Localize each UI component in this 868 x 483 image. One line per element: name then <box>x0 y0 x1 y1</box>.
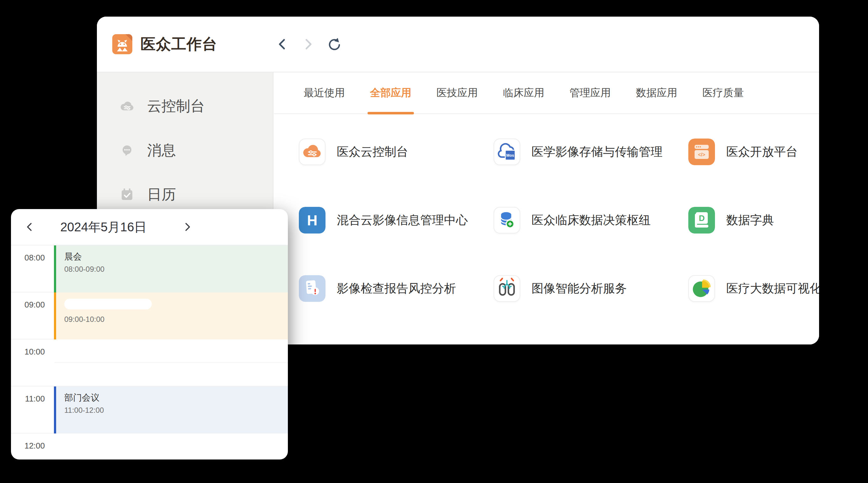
app-label: 医学影像存储与传输管理 <box>531 138 662 165</box>
time-label: 08:00 <box>11 253 45 263</box>
calendar-event-morning-meeting[interactable]: 晨会 08:00-09:00 <box>54 246 288 292</box>
sidebar-item-label: 云控制台 <box>147 97 205 116</box>
calendar-prev-icon[interactable] <box>24 221 35 232</box>
app-label: 图像智能分析服务 <box>531 275 627 302</box>
app-hybrid-cloud-imaging[interactable]: H 混合云影像信息管理中心 <box>299 207 494 275</box>
app-label: 医众开放平台 <box>726 138 798 165</box>
tab-recent[interactable]: 最近使用 <box>304 72 345 114</box>
app-report-risk-analysis[interactable]: 影像检查报告风控分析 <box>299 275 494 344</box>
code-text: </> <box>698 152 705 157</box>
message-bubble-icon <box>119 142 135 159</box>
sidebar-item-messages[interactable]: 消息 <box>97 128 273 172</box>
calendar-check-icon <box>119 187 135 203</box>
tab-quality[interactable]: 医疗质量 <box>703 72 744 114</box>
tab-data-apps[interactable]: 数据应用 <box>636 72 677 114</box>
tab-clinical-apps[interactable]: 临床应用 <box>503 72 545 114</box>
calendar-next-icon[interactable] <box>182 221 193 232</box>
dictionary-book-icon: D <box>688 207 715 233</box>
cloud-settings-icon <box>299 138 326 165</box>
time-label: 12:00 <box>11 441 45 451</box>
app-data-dictionary[interactable]: D 数据字典 <box>688 207 819 275</box>
tab-management-apps[interactable]: 管理应用 <box>569 72 611 114</box>
cloud-mos-icon: Mos <box>494 138 520 165</box>
app-label: 影像检查报告风控分析 <box>337 275 456 302</box>
app-open-platform[interactable]: </> 医众开放平台 <box>688 138 819 207</box>
calendar-date-label: 2024年5月16日 <box>45 209 161 245</box>
calendar-event-redacted[interactable]: 09:00-10:00 <box>54 292 288 340</box>
forward-icon[interactable] <box>301 37 315 51</box>
screenshot-canvas: 医众工作台 <box>0 0 868 483</box>
tab-bar: 最近使用 全部应用 医技应用 临床应用 管理应用 数据应用 医疗质量 <box>274 72 819 114</box>
mos-text: Mos <box>506 153 514 158</box>
time-label: 09:00 <box>11 300 45 310</box>
event-time: 09:00-10:00 <box>64 315 288 324</box>
nav-controls <box>276 17 340 72</box>
event-time: 08:00-09:00 <box>64 265 288 273</box>
app-logo-icon <box>112 34 132 54</box>
event-time: 11:00-12:00 <box>64 406 288 415</box>
calendar-panel: 2024年5月16日 08:00 09:00 10:00 11:00 12:00… <box>11 209 288 459</box>
calendar-header: 2024年5月16日 <box>11 209 288 246</box>
content-area: 最近使用 全部应用 医技应用 临床应用 管理应用 数据应用 医疗质量 <box>274 72 819 345</box>
refresh-icon[interactable] <box>327 37 340 51</box>
calendar-event-department-meeting[interactable]: 部门会议 11:00-12:00 <box>54 386 288 433</box>
pie-chart-icon <box>688 275 715 302</box>
app-medical-imaging-pacs[interactable]: Mos 医学影像存储与传输管理 <box>494 138 688 207</box>
sidebar-item-label: 日历 <box>147 185 176 204</box>
app-grid: 医众云控制台 Mos 医学影像存储与传输管理 <box>299 138 819 344</box>
event-title: 晨会 <box>64 251 288 262</box>
app-cloud-console[interactable]: 医众云控制台 <box>299 138 494 207</box>
tab-all-apps[interactable]: 全部应用 <box>370 72 411 114</box>
calendar-body: 08:00 09:00 10:00 11:00 12:00 晨会 08:00-0… <box>11 246 288 459</box>
sidebar-item-label: 消息 <box>147 141 176 160</box>
app-label: 医众临床数据决策枢纽 <box>531 207 651 233</box>
redacted-event-title <box>64 299 152 309</box>
report-alert-icon <box>299 275 326 302</box>
window-header: 医众工作台 <box>97 17 819 72</box>
d-text: D <box>699 214 705 223</box>
app-label: 医众云控制台 <box>337 138 408 165</box>
app-big-data-visualization[interactable]: 医疗大数据可视化 <box>688 275 819 344</box>
app-image-ai-analysis[interactable]: 图像智能分析服务 <box>494 275 688 344</box>
app-label: 数据字典 <box>726 207 774 233</box>
app-label: 医疗大数据可视化 <box>726 275 819 302</box>
code-window-icon: </> <box>688 138 715 165</box>
time-label: 11:00 <box>11 394 45 404</box>
database-plus-icon <box>494 207 520 233</box>
time-label: 10:00 <box>11 347 45 357</box>
lungs-icon <box>494 275 520 302</box>
event-title: 部门会议 <box>64 392 288 404</box>
tab-medtech-apps[interactable]: 医技应用 <box>436 72 478 114</box>
half-hour-line <box>55 362 288 363</box>
cloud-settings-icon <box>119 98 135 115</box>
app-label: 混合云影像信息管理中心 <box>337 207 468 233</box>
app-clinical-data-hub[interactable]: 医众临床数据决策枢纽 <box>494 207 688 275</box>
sidebar-item-cloud-console[interactable]: 云控制台 <box>97 84 273 128</box>
back-icon[interactable] <box>276 37 289 51</box>
window-title: 医众工作台 <box>141 34 217 54</box>
h-text: H <box>307 212 317 228</box>
hybrid-h-icon: H <box>299 207 326 233</box>
